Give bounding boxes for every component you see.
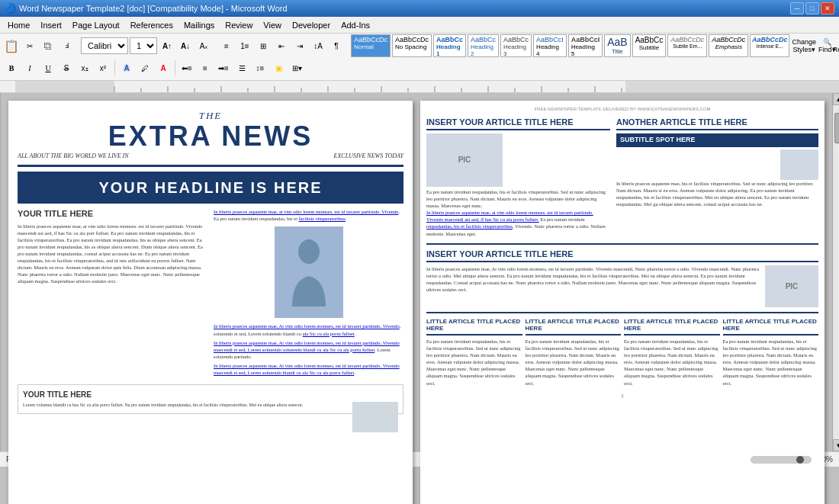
bottom-box-image bbox=[352, 402, 398, 432]
style-normal[interactable]: AaBbCcDc Normal bbox=[351, 34, 391, 57]
paste-button[interactable]: 📋 bbox=[3, 37, 20, 54]
toolbar-sep-f bbox=[114, 60, 115, 75]
scroll-track[interactable] bbox=[834, 105, 840, 439]
bottom-box-title: YOUR TITLE HERE bbox=[23, 390, 398, 400]
four-columns: LITTLE ARTICLE TITLE PLACED HERE Ea pro … bbox=[426, 318, 818, 387]
small-col-3-title: LITTLE ARTICLE TITLE PLACED HERE bbox=[624, 318, 720, 335]
menu-addins[interactable]: Add-Ins bbox=[336, 19, 374, 31]
shading-button[interactable]: ▣ bbox=[270, 59, 287, 76]
small-col-2-title: LITTLE ARTICLE TITLE PLACED HERE bbox=[526, 318, 622, 335]
borders-button[interactable]: ⊞▾ bbox=[288, 59, 305, 76]
style-subtitle[interactable]: AaBbCc Subtitle bbox=[632, 34, 667, 57]
menu-developer[interactable]: Developer bbox=[288, 19, 335, 31]
style-no-spacing[interactable]: AaBbCcDc No Spacing bbox=[392, 34, 432, 57]
underline-button[interactable]: U bbox=[40, 59, 56, 76]
maximize-button[interactable]: □ bbox=[805, 2, 819, 14]
font-grow-button[interactable]: A↑ bbox=[159, 37, 175, 54]
style-title[interactable]: AaB Title bbox=[604, 34, 630, 57]
page2-top-articles: INSERT YOUR ARTICLE TITLE HERE PIC Ea pr… bbox=[426, 117, 818, 237]
article2: ANOTHER ARTICLE TITLE HERE SUBTITLE SPOT… bbox=[616, 117, 818, 237]
clear-format-button[interactable]: Aₓ bbox=[195, 37, 212, 54]
subscript-button[interactable]: x₂ bbox=[76, 59, 93, 76]
article2-title: ANOTHER ARTICLE TITLE HERE bbox=[616, 117, 818, 130]
small-col-2-body: Ea pro natum invidunt reupudandas, his e… bbox=[526, 338, 622, 387]
font-shrink-button[interactable]: A↓ bbox=[177, 37, 194, 54]
headline-bar: YOUR HEADLINE IS HERE bbox=[18, 172, 403, 204]
toolbar-row-1: 📋 ✂ ⿻ Ⅎ Calibri 11 A↑ A↓ Aₓ ≡ 1≡ ⊞ ⇤ ⇥ ↕… bbox=[3, 35, 836, 56]
text-highlight-button[interactable]: 🖊 bbox=[137, 59, 153, 76]
format-painter-button[interactable]: Ⅎ bbox=[58, 37, 75, 54]
page1-content: THE EXTRA NEWS ALL ABOUT THE BIG WORLD W… bbox=[8, 101, 413, 420]
bullets-button[interactable]: ≡ bbox=[218, 37, 235, 54]
numbering-button[interactable]: 1≡ bbox=[236, 37, 253, 54]
scroll-down-button[interactable]: ▼ bbox=[833, 439, 840, 451]
multilevel-button[interactable]: ⊞ bbox=[255, 37, 272, 54]
align-left-button[interactable]: ⬅≡ bbox=[178, 59, 195, 76]
menu-home[interactable]: Home bbox=[3, 19, 34, 31]
close-button[interactable]: ✕ bbox=[821, 2, 834, 14]
align-center-button[interactable]: ≡ bbox=[197, 59, 214, 76]
superscript-button[interactable]: x² bbox=[95, 59, 111, 76]
style-intense-em[interactable]: AaBbCcDc Intense E... bbox=[750, 34, 789, 57]
font-color-button[interactable]: A bbox=[155, 59, 172, 76]
menu-insert[interactable]: Insert bbox=[36, 19, 66, 31]
page-1: THE EXTRA NEWS ALL ABOUT THE BIG WORLD W… bbox=[8, 101, 413, 504]
article1-body: Ea pro natum invidunt reupudandas, his e… bbox=[426, 188, 610, 209]
indent-decrease-button[interactable]: ⇤ bbox=[273, 37, 290, 54]
style-heading2[interactable]: AaBbCc Heading 2 bbox=[468, 34, 499, 57]
pages-container: THE EXTRA NEWS ALL ABOUT THE BIG WORLD W… bbox=[1, 93, 832, 451]
small-col-1: LITTLE ARTICLE TITLE PLACED HERE Ea pro … bbox=[426, 318, 522, 387]
two-column-layout: YOUR TITLE HERE In liberis praeces aspat… bbox=[18, 208, 403, 378]
italic-button[interactable]: I bbox=[21, 59, 38, 76]
menu-references[interactable]: References bbox=[126, 19, 178, 31]
newspaper-title: EXTRA NEWS bbox=[18, 123, 403, 150]
title-bar-left: 🔵 Word Newspaper Template2 [doc] [Compat… bbox=[5, 3, 288, 14]
sort-button[interactable]: ↕A bbox=[310, 37, 326, 54]
indent-increase-button[interactable]: ⇥ bbox=[291, 37, 308, 54]
align-right-button[interactable]: ➡≡ bbox=[215, 59, 232, 76]
watermark: FREE NEWSPAPER TEMPLATE DELIVERED BY WWW… bbox=[426, 107, 818, 113]
style-emphasis[interactable]: AaBbCcDc Emphasis bbox=[709, 34, 748, 57]
font-family-select[interactable]: Calibri bbox=[81, 37, 128, 54]
justify-button[interactable]: ☰ bbox=[233, 59, 250, 76]
copy-button[interactable]: ⿻ bbox=[40, 37, 56, 54]
show-para-button[interactable]: ¶ bbox=[328, 37, 345, 54]
svg-point-23 bbox=[298, 239, 320, 264]
text-effects-button[interactable]: A bbox=[118, 59, 135, 76]
style-subtle-em[interactable]: AaBbCcDc Subtle Em... bbox=[667, 34, 707, 57]
small-col-4: LITTLE ARTICLE TITLE PLACED HERE Ea pro … bbox=[723, 318, 819, 387]
your-title-1: YOUR TITLE HERE bbox=[18, 208, 207, 219]
article1-link: In liberis praeces aspatente mae, at vim… bbox=[426, 209, 610, 236]
bold-button[interactable]: B bbox=[3, 59, 20, 76]
cut-button[interactable]: ✂ bbox=[21, 37, 38, 54]
scroll-up-button[interactable]: ▲ bbox=[833, 93, 840, 105]
page-number: 2 bbox=[426, 393, 818, 400]
style-heading3[interactable]: AaBbCc Heading 3 bbox=[500, 34, 532, 57]
style-heading5[interactable]: AaBbCcI Heading 5 bbox=[568, 34, 603, 57]
style-heading4[interactable]: AaBbCcI Heading 4 bbox=[533, 34, 567, 57]
full-article: INSERT YOUR ARTICLE TITLE HERE In liberi… bbox=[426, 249, 818, 307]
menu-mailings[interactable]: Mailings bbox=[179, 19, 219, 31]
article2-body: In liberis praeces aspatente mae, his et… bbox=[616, 180, 818, 207]
menu-view[interactable]: View bbox=[259, 19, 286, 31]
title-bar-text: Word Newspaper Template2 [doc] [Compatib… bbox=[19, 4, 288, 13]
zoom-thumb bbox=[796, 456, 804, 464]
scroll-thumb[interactable] bbox=[834, 113, 840, 143]
minimize-button[interactable]: ─ bbox=[790, 2, 804, 14]
full-article-text: In liberis praeces aspatente mae, At vim… bbox=[426, 265, 760, 307]
page2-content: FREE NEWSPAPER TEMPLATE DELIVERED BY WWW… bbox=[420, 101, 825, 406]
full-article-pic: PIC bbox=[765, 265, 818, 307]
line-spacing-button[interactable]: ↕≡ bbox=[252, 59, 268, 76]
change-styles-button[interactable]: ChangeStyles▾ bbox=[796, 37, 812, 54]
strikethrough-button[interactable]: S bbox=[58, 59, 75, 76]
menu-review[interactable]: Review bbox=[220, 19, 257, 31]
small-col-3-body: Ea pro natum invidunt reupudandas, his e… bbox=[624, 338, 720, 387]
title-bar-controls[interactable]: ─ □ ✕ bbox=[790, 2, 834, 14]
vertical-scrollbar[interactable]: ▲ ▼ bbox=[832, 93, 839, 451]
small-col-4-title: LITTLE ARTICLE TITLE PLACED HERE bbox=[723, 318, 819, 335]
menu-pagelayout[interactable]: Page Layout bbox=[68, 19, 124, 31]
newspaper-header: THE EXTRA NEWS ALL ABOUT THE BIG WORLD W… bbox=[18, 110, 403, 167]
zoom-slider[interactable] bbox=[751, 456, 812, 464]
style-heading1[interactable]: AaBbCc Heading 1 bbox=[433, 34, 466, 57]
font-size-select[interactable]: 11 bbox=[130, 37, 157, 54]
